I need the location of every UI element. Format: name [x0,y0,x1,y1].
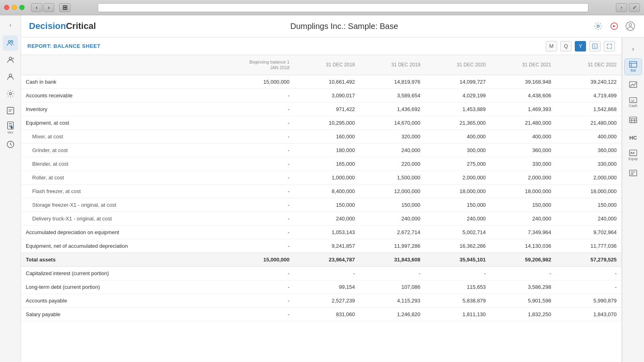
cell-begin-11: - [210,225,294,239]
cell-dec2018-7: 1,000,000 [294,171,360,184]
cell-dec2018-11: 1,053,143 [294,225,360,239]
table-row[interactable]: Accumulated depreciation on equipment-1,… [21,225,621,239]
table-row[interactable]: Accounts payable-2,527,2394,115,2935,838… [21,294,621,307]
cell-label-15[interactable]: Long-term debt (current portion) [21,280,210,294]
settings-icon[interactable] [592,21,604,32]
cell-label-3[interactable]: Equipment, at cost [21,116,210,130]
cell-label-2[interactable]: Inventory [21,102,210,116]
fullscreen-report-button[interactable] [604,41,615,51]
svg-point-3 [9,74,11,76]
sidebar-item-profile[interactable] [3,69,18,84]
table-row[interactable]: Salary payable-831,0601,246,8201,811,130… [21,307,621,321]
cell-dec2019-11: 2,672,714 [360,225,425,239]
back-button[interactable]: ‹ [31,3,42,12]
fullscreen-button[interactable]: ⤢ [629,3,640,12]
right-sidebar: › Bal [622,37,644,362]
cell-dec2022-15: - [556,280,621,294]
col-header-begin: Beginning balance 1JAN 2018 [210,55,294,75]
cell-dec2020-6: 275,000 [425,157,491,171]
sidebar-item-users[interactable] [3,52,18,68]
cell-dec2021-5: 360,000 [491,143,556,157]
cell-dec2021-1: 4,438,606 [491,88,556,102]
right-cash-icon[interactable]: Cash [624,94,642,111]
sidebar-item-tax[interactable]: $ TAX [3,120,18,135]
app: › [0,15,644,362]
right-balance-sheet-icon[interactable]: Bal [624,58,642,75]
cell-dec2021-9: 150,000 [491,198,556,212]
share-button[interactable]: ↑ [616,3,627,12]
cell-begin-4: - [210,130,294,143]
cell-label-11[interactable]: Accumulated depreciation on equipment [21,225,210,239]
forward-button[interactable]: › [43,3,54,12]
app-logo: Decision Critical [29,21,96,31]
cell-dec2019-2: 1,436,692 [360,102,425,116]
cell-begin-14: - [210,266,294,280]
cell-dec2021-2: 1,469,393 [491,102,556,116]
svg-rect-6 [7,121,13,129]
sidebar-collapse-button[interactable]: › [4,19,17,31]
cell-label-4: Mixer, at cost [21,130,210,143]
cell-label-7: Roller, at cost [21,171,210,184]
cell-label-14[interactable]: Capitalized interest (current portion) [21,266,210,280]
url-bar[interactable] [98,3,588,12]
content-area: REPORT: BALANCE SHEET M Q Y [21,37,644,362]
cell-dec2018-12: 9,241,857 [294,239,360,253]
cell-dec2018-15: 99,154 [294,280,360,294]
sidebar-item-settings[interactable] [3,86,18,101]
cell-begin-1: - [210,88,294,102]
table-row: Flash freezer, at cost-8,400,00012,000,0… [21,184,621,198]
cell-dec2018-10: 240,000 [294,212,360,225]
table-row[interactable]: Inventory-971,4221,436,6921,453,8891,469… [21,102,621,116]
sidebar-item-clock[interactable] [3,137,18,152]
cell-dec2019-4: 320,000 [360,130,425,143]
cell-dec2022-17: 1,843,070 [556,307,621,321]
titlebar: ‹ › ⊞ ↑ ⤢ [0,0,644,15]
right-chart-icon[interactable] [624,76,642,93]
table-row[interactable]: Equipment, at cost-10,295,00014,670,0002… [21,116,621,130]
table-row: Roller, at cost-1,000,0001,500,0002,000,… [21,171,621,184]
cell-dec2021-16: 5,901,598 [491,294,556,307]
cell-label-17[interactable]: Salary payable [21,307,210,321]
table-row: Storage freezer-X1 - original, at cost-1… [21,198,621,212]
right-report2-icon[interactable] [624,165,642,181]
right-expand-icon[interactable]: › [624,41,642,58]
cell-dec2022-13: 57,279,525 [556,253,621,266]
table-row[interactable]: Accounts receivable-3,090,0173,589,6544,… [21,88,621,102]
minimize-button[interactable] [12,5,17,10]
cell-label-16[interactable]: Accounts payable [21,294,210,307]
cell-dec2021-0: 39,168,948 [491,75,556,88]
cell-dec2020-3: 21,365,000 [425,116,491,130]
table-row[interactable]: Long-term debt (current portion)-99,1541… [21,280,621,294]
cell-begin-17: - [210,307,294,321]
cell-begin-7: - [210,171,294,184]
cell-label-5: Grinder, at cost [21,143,210,157]
right-table-icon[interactable] [624,111,642,128]
cell-label-9: Storage freezer-X1 - original, at cost [21,198,210,212]
maximize-button[interactable] [19,5,25,10]
table-row: Grinder, at cost-180,000240,000300,00036… [21,143,621,157]
sidebar-item-reports[interactable] [3,103,18,118]
cell-dec2018-14: - [294,266,360,280]
cell-dec2021-17: 1,832,250 [491,307,556,321]
cell-dec2018-9: 150,000 [294,198,360,212]
sidebar-toggle-button[interactable]: ⊞ [59,3,70,12]
cell-dec2019-15: 107,086 [360,280,425,294]
period-m-button[interactable]: M [546,41,557,51]
sidebar-item-groups[interactable] [3,35,18,51]
cell-dec2018-16: 2,527,239 [294,294,360,307]
cell-dec2020-13: 35,945,101 [425,253,491,266]
cell-begin-9: - [210,198,294,212]
period-y-button[interactable]: Y [575,41,586,51]
right-hc-icon[interactable]: HC [624,129,642,146]
period-q-button[interactable]: Q [560,41,572,51]
close-button[interactable] [4,5,9,10]
user-avatar-icon[interactable] [625,21,636,32]
cell-dec2020-16: 5,838,879 [425,294,491,307]
cell-dec2020-12: 16,362,286 [425,239,491,253]
back-nav-icon[interactable] [609,21,620,32]
table-row[interactable]: Capitalized interest (current portion)--… [21,266,621,280]
right-equip-icon[interactable]: Equip [624,147,642,164]
cell-dec2021-7: 2,000,000 [491,171,556,184]
export-excel-button[interactable] [589,41,601,51]
cell-label-1[interactable]: Accounts receivable [21,88,210,102]
